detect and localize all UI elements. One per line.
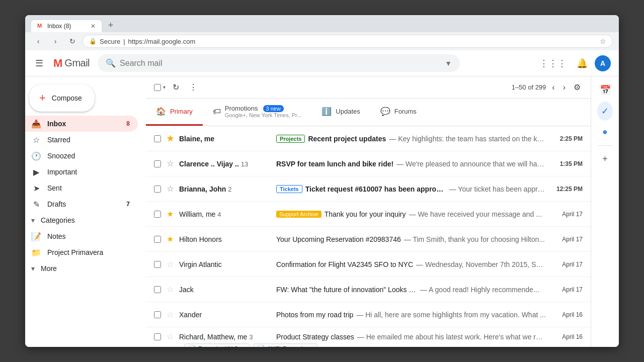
email-content: Confirmation for Flight VA2345 SFO to NY…	[276, 260, 546, 268]
attachment-chip[interactable]: 📄(WIP) Enterprise...	[253, 343, 317, 347]
back-button[interactable]: ‹	[31, 34, 45, 48]
star-icon[interactable]: ☆	[165, 184, 175, 194]
notifications-button[interactable]: 🔔	[574, 55, 591, 72]
sidebar-item-snoozed[interactable]: 🕐 Snoozed	[25, 148, 138, 164]
sidebar-item-label-drafts: Drafts	[47, 200, 66, 208]
tab-promotions[interactable]: 🏷 Promotions 3 new Google+, New York Tim…	[203, 99, 312, 126]
sidebar-item-important[interactable]: ▶ Important	[25, 164, 138, 180]
email-preview: — We're pleased to announce that we will…	[396, 160, 546, 168]
email-checkbox[interactable]	[154, 211, 161, 218]
tasks-icon-button[interactable]: ✓	[597, 102, 613, 121]
new-tab-button[interactable]: +	[104, 18, 118, 32]
prev-page-button[interactable]: ‹	[550, 81, 556, 94]
email-checkbox[interactable]	[154, 333, 161, 340]
tab-primary[interactable]: 🏠 Primary	[146, 99, 203, 126]
tab-bar: M Inbox (8) ✕ +	[25, 15, 619, 32]
email-row[interactable]: ☆ Jack FW: What "the future of innovatio…	[146, 277, 591, 302]
select-dropdown-button[interactable]: ▾	[163, 84, 166, 90]
sidebar-item-inbox[interactable]: 📥 Inbox 8	[25, 116, 138, 132]
star-icon[interactable]: ★	[165, 134, 175, 143]
tab-forums[interactable]: 💬 Forums	[370, 99, 427, 126]
refresh-emails-button[interactable]: ↻	[170, 80, 182, 94]
email-subject: Your Upcoming Reservation #20983746	[276, 235, 401, 243]
email-checkbox[interactable]	[154, 186, 161, 193]
email-date: April 16	[550, 311, 583, 318]
hamburger-menu-button[interactable]: ☰	[33, 56, 45, 71]
search-bar[interactable]: 🔍 ▼	[98, 54, 460, 72]
email-row[interactable]: ☆ Xander Photos from my road trip — Hi a…	[146, 302, 591, 327]
tab-close-button[interactable]: ✕	[91, 23, 96, 30]
snoozed-icon: 🕐	[31, 151, 41, 161]
email-subject: Photos from my road trip	[276, 311, 353, 319]
star-icon[interactable]: ☆	[165, 332, 175, 341]
sidebar-item-drafts[interactable]: ✎ Drafts 7	[25, 196, 138, 212]
email-row[interactable]: ★ William, me 4 Support Archive Thank yo…	[146, 202, 591, 227]
email-preview: — Tim Smith, thank you for choosing Hilt…	[404, 235, 545, 243]
tab-updates[interactable]: ℹ️ Updates	[311, 99, 370, 126]
next-page-button[interactable]: ›	[561, 81, 568, 94]
sidebar-item-label-important: Important	[47, 168, 77, 176]
search-dropdown-button[interactable]: ▼	[445, 59, 452, 67]
email-row[interactable]: ★ Blaine, me Projects Recent project upd…	[146, 126, 591, 151]
email-row[interactable]: ☆ Clarence .. Vijay .. 13 RSVP for team …	[146, 151, 591, 176]
forward-button[interactable]: ›	[48, 34, 62, 48]
email-checkbox[interactable]	[154, 311, 161, 318]
email-subject: Thank you for your inquiry	[325, 210, 406, 218]
email-date: 1:35 PM	[550, 160, 583, 167]
sidebar-item-sent[interactable]: ➤ Sent	[25, 180, 138, 196]
keep-icon-button[interactable]: ●	[598, 123, 612, 141]
star-icon[interactable]: ★	[165, 209, 175, 219]
email-row[interactable]: ☆ Virgin Atlantic Confirmation for Fligh…	[146, 252, 591, 277]
star-icon[interactable]: ☆	[165, 259, 175, 269]
email-sender: Virgin Atlantic	[179, 260, 272, 268]
sidebar-item-label-inbox: Inbox	[47, 120, 66, 128]
user-avatar[interactable]: A	[595, 55, 611, 71]
email-row[interactable]: ☆ Richard, Matthew, me 3 Product Strateg…	[146, 327, 591, 347]
star-icon[interactable]: ★	[165, 234, 175, 244]
notes-icon: 📝	[31, 232, 41, 241]
attachment-chip[interactable]: 📄Enterprise UX Sp...	[184, 343, 250, 347]
sidebar-more-header[interactable]: ▾ More	[25, 260, 146, 277]
email-row[interactable]: ☆ Brianna, John 2 Tickets Ticket request…	[146, 176, 591, 202]
settings-button[interactable]: ⚙	[572, 80, 583, 94]
gmail-m-letter: M	[53, 57, 62, 70]
compose-button[interactable]: + Compose	[29, 84, 95, 112]
calendar-icon-button[interactable]: 📅	[596, 80, 615, 100]
select-all-area: ▾	[154, 84, 166, 91]
star-icon[interactable]: ☆	[165, 285, 175, 294]
email-preview: — Hi all, here are some highlights from …	[356, 311, 546, 319]
sidebar-item-label-project: Project Primavera	[47, 248, 103, 256]
sidebar-categories-header[interactable]: ▾ Categories	[25, 212, 146, 228]
email-tag: Support Archive	[276, 211, 321, 218]
email-sender: Brianna, John 2	[179, 185, 272, 193]
attachment-label: (WIP) Enterprise...	[267, 345, 312, 347]
sidebar-item-label-starred: Starred	[47, 136, 70, 144]
address-bar[interactable]: 🔒 Secure | https://mail.google.com ☆	[83, 35, 613, 48]
bookmark-button[interactable]: ☆	[600, 37, 606, 45]
email-checkbox[interactable]	[154, 236, 161, 243]
email-checkbox[interactable]	[154, 160, 161, 167]
active-tab[interactable]: M Inbox (8) ✕	[31, 20, 102, 32]
sidebar-item-notes[interactable]: 📝 Notes	[25, 228, 138, 244]
search-input[interactable]	[120, 59, 441, 68]
star-icon[interactable]: ☆	[165, 159, 175, 168]
add-plugin-button[interactable]: +	[598, 150, 612, 168]
sidebar-item-label-sent: Sent	[47, 184, 62, 192]
select-all-checkbox[interactable]	[154, 84, 161, 91]
drafts-badge: 7	[126, 201, 130, 208]
star-icon[interactable]: ☆	[165, 310, 175, 319]
tab-title: Inbox (8)	[47, 23, 71, 30]
project-icon: 📁	[31, 248, 41, 257]
email-checkbox[interactable]	[154, 286, 161, 293]
sidebar-item-starred[interactable]: ☆ Starred	[25, 132, 138, 148]
email-checkbox[interactable]	[154, 261, 161, 268]
email-checkbox[interactable]	[154, 135, 161, 142]
gmail-logo: M Gmail	[53, 57, 90, 70]
right-sidebar: 📅 ✓ ● +	[591, 76, 619, 347]
email-content: RSVP for team lunch and bike ride! — We'…	[276, 160, 546, 168]
more-options-button[interactable]: ⋮	[186, 80, 200, 94]
sidebar-item-project-primavera[interactable]: 📁 Project Primavera	[25, 244, 138, 260]
refresh-button[interactable]: ↻	[65, 34, 79, 48]
email-row[interactable]: ★ Hilton Honors Your Upcoming Reservatio…	[146, 227, 591, 252]
apps-button[interactable]: ⋮⋮⋮	[536, 55, 570, 72]
